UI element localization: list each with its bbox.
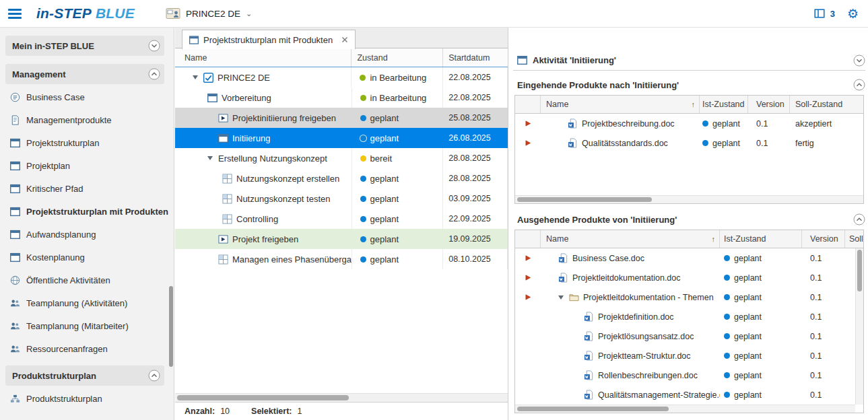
incoming-section-header: Eingehende Produkte nach 'Initiierung': [513, 76, 865, 94]
chevron-down-icon[interactable]: [148, 40, 160, 52]
sidebar-item-teamplanung-mitarbeiter[interactable]: Teamplanung (Mitarbeiter): [0, 314, 174, 337]
ist-zustand: geplant: [734, 312, 762, 322]
word-doc-icon: [558, 253, 568, 263]
sidebar-item-business-case[interactable]: Business Case: [0, 85, 174, 108]
section-label: Produktstrukturplan: [12, 371, 148, 381]
incoming-row-qualitaetsstandards[interactable]: Qualitätsstandards.doc geplant 0.1 ferti…: [515, 133, 863, 153]
tree-row-prince2-de[interactable]: PRINCE2 DE in Bearbeitung 22.08.2025: [175, 67, 508, 88]
chevron-down-icon[interactable]: [853, 55, 865, 67]
status-label: in Bearbeitung: [370, 73, 426, 83]
status-label: geplant: [370, 254, 399, 265]
horizontal-scrollbar: [515, 195, 863, 203]
column-header-version[interactable]: Version: [802, 230, 845, 248]
menu-icon[interactable]: [8, 9, 22, 19]
sidebar-item-kostenplanung[interactable]: Kostenplanung: [0, 246, 174, 269]
status-label: geplant: [370, 234, 399, 244]
sidebar-item-teamplanung-aktivitaeten[interactable]: Teamplanung (Aktivitäten): [0, 291, 174, 314]
sidebar-item-projektstrukturplan-mit-produkten[interactable]: Projektstrukturplan mit Produkten: [0, 200, 174, 223]
column-header-ist-zustand[interactable]: Ist-Zustand: [700, 96, 748, 113]
sidebar-section-produktstrukturplan[interactable]: Produktstrukturplan: [5, 365, 164, 386]
sidebar-item-oeffentliche-aktivitaeten[interactable]: Öffentliche Aktivitäten: [0, 269, 174, 291]
tab-projektstrukturplan-mit-produkten[interactable]: Projektstrukturplan mit Produkten: [182, 30, 356, 49]
ist-zustand: geplant: [734, 351, 762, 361]
row-label: PRINCE2 DE: [218, 73, 270, 83]
column-header-soll-zustand[interactable]: Soll-Zustand: [790, 96, 863, 113]
scrollbar-thumb[interactable]: [169, 286, 173, 367]
product-name: Projektteam-Struktur.doc: [598, 351, 691, 361]
sidebar-item-ressourcenanfragen[interactable]: Ressourcenanfragen: [0, 337, 174, 360]
logo-secondary: BLUE: [96, 5, 135, 21]
plan-window-icon: [10, 184, 20, 194]
tree-row-projektinitiierung-freigeben[interactable]: Projektinitiierung freigeben geplant 25.…: [175, 108, 508, 128]
column-header-startdatum[interactable]: Startdatum: [443, 48, 508, 67]
sidebar-item-managementprodukte[interactable]: Managementprodukte: [0, 108, 174, 131]
sidebar-item-aufwandsplanung[interactable]: Aufwandsplanung: [0, 223, 174, 246]
main-pane: Projektstrukturplan mit Produkten Name Z…: [175, 28, 508, 420]
outgoing-row-projektleitdokumentation-doc[interactable]: Projektleitdokumentation.doc geplant 0.1: [515, 268, 863, 287]
chevron-up-icon[interactable]: [148, 68, 160, 80]
expander-icon[interactable]: [558, 293, 569, 302]
topbar: in-STEPBLUE PRINCE2 DE ⌄ 3 ⚙: [0, 0, 868, 28]
outgoing-row-business-case[interactable]: Business Case.doc geplant 0.1: [515, 248, 863, 268]
sidebar: Mein in-STEP BLUE Management Business Ca…: [0, 28, 174, 420]
horizontal-scrollbar: [175, 393, 508, 402]
workpackage-icon: [222, 174, 232, 184]
outgoing-row-projektleitdokumentation-themen[interactable]: Projektleitdokumentation - Themen geplan…: [515, 287, 863, 307]
incoming-title: Eingehende Produkte nach 'Initiierung': [517, 80, 679, 90]
column-header-soll-zustand[interactable]: Soll-Zustand: [845, 230, 863, 248]
gear-icon[interactable]: ⚙: [847, 7, 859, 20]
sidebar-item-kritischer-pfad[interactable]: Kritischer Pfad: [0, 177, 174, 200]
sidebar-item-label: Ressourcenanfragen: [26, 344, 108, 354]
sidebar-item-label: Öffentliche Aktivitäten: [26, 275, 110, 285]
column-header-zustand[interactable]: Zustand: [352, 48, 443, 67]
outgoing-row-rollenbeschreibungen[interactable]: Rollenbeschreibungen.doc geplant 0.1: [515, 365, 863, 385]
scrollbar-thumb[interactable]: [517, 197, 652, 202]
outgoing-row-qualitaetsmanagement-strategie[interactable]: Qualitätsmanagement-Strategie.doc geplan…: [515, 385, 863, 405]
sidebar-item-produktstrukturplan[interactable]: Produktstrukturplan: [0, 387, 174, 410]
outgoing-row-projektteam-struktur[interactable]: Projektteam-Struktur.doc geplant 0.1: [515, 346, 863, 365]
column-header-ist-zustand[interactable]: Ist-Zustand: [720, 230, 802, 248]
close-icon[interactable]: [341, 36, 348, 43]
column-header-flow[interactable]: [515, 230, 541, 248]
sidebar-section-my-instep[interactable]: Mein in-STEP BLUE: [5, 36, 164, 56]
outgoing-row-projektloesungsansatz[interactable]: Projektlösungsansatz.doc geplant 0.1: [515, 326, 863, 346]
outgoing-table-header: Name↑ Ist-Zustand Version Soll-Zustand: [515, 230, 863, 248]
tree-row-nutzungskonzept-testen[interactable]: Nutzungskonzept testen geplant 03.09.202…: [175, 188, 508, 209]
tree-row-controlling[interactable]: Controlling geplant 22.09.2025: [175, 209, 508, 229]
status-dot: [360, 176, 366, 182]
column-header-flow[interactable]: [515, 96, 541, 113]
chevron-up-icon[interactable]: [148, 370, 160, 382]
chevron-up-icon[interactable]: [853, 79, 865, 91]
tree-row-initiierung-selected[interactable]: Initiierung geplant 26.08.2025: [175, 128, 508, 148]
scrollbar-thumb[interactable]: [517, 407, 669, 411]
expander-spacer: [207, 133, 218, 143]
tree-row-vorbereitung[interactable]: Vorbereitung in Bearbeitung 22.08.2025: [175, 88, 508, 108]
expander-icon[interactable]: [193, 73, 203, 82]
sidebar-item-projektstrukturplan[interactable]: Projektstrukturplan: [0, 131, 174, 154]
column-header-name[interactable]: Name↑: [541, 230, 720, 248]
section-label: Mein in-STEP BLUE: [12, 41, 148, 51]
scrollbar-thumb[interactable]: [177, 395, 349, 400]
windows-icon[interactable]: [814, 8, 825, 19]
tree-row-nutzungskonzept-erstellen[interactable]: Nutzungskonzept erstellen geplant 28.08.…: [175, 168, 508, 188]
tree-row-managen-phasenuebergangs[interactable]: Managen eines Phasenübergangs geplant 08…: [175, 249, 508, 269]
column-header-version[interactable]: Version: [748, 96, 790, 113]
outgoing-section-header: Ausgehende Produkte von 'Initiierung': [513, 211, 865, 228]
status-dot: [360, 155, 366, 162]
outgoing-row-projektdefinition[interactable]: Projektdefinition.doc geplant 0.1: [515, 307, 863, 326]
sidebar-section-management[interactable]: Management: [5, 64, 164, 84]
sidebar-item-projektplan[interactable]: Projektplan: [0, 154, 174, 177]
activity-title: Aktivität 'Initiierung': [533, 55, 616, 65]
incoming-row-projektbeschreibung[interactable]: Projektbeschreibung.doc geplant 0.1 akze…: [515, 114, 863, 133]
chevron-up-icon[interactable]: [853, 213, 865, 225]
flow-arrow-icon: [525, 274, 532, 281]
scrollbar-thumb[interactable]: [857, 250, 862, 291]
row-label: Projekt freigeben: [232, 234, 298, 244]
column-header-name[interactable]: Name: [175, 48, 352, 67]
expander-icon[interactable]: [207, 153, 218, 163]
tree-row-projekt-freigeben[interactable]: Projekt freigeben geplant 19.09.2025: [175, 229, 508, 249]
project-selector[interactable]: PRINCE2 DE ⌄: [166, 7, 252, 20]
start-date: 08.10.2025: [443, 249, 508, 269]
tree-row-erstellung-nutzungskonzept[interactable]: Erstellung Nutzungskonzept bereit 28.08.…: [175, 148, 508, 168]
column-header-name[interactable]: Name↑: [541, 96, 700, 113]
